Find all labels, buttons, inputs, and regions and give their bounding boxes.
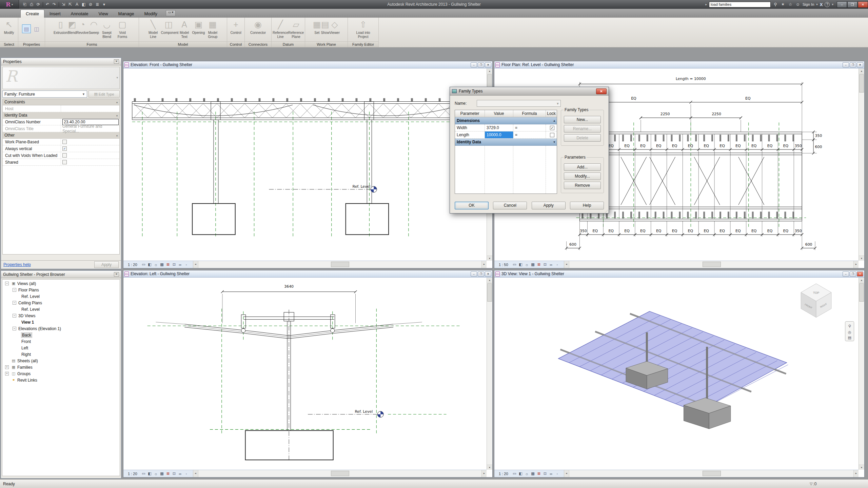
scroll-up-icon[interactable]: ▲ xyxy=(487,68,492,74)
shadows-icon[interactable]: ▩ xyxy=(159,471,165,476)
host-value[interactable] xyxy=(61,105,119,112)
expand-icon[interactable]: + xyxy=(5,365,9,369)
revolve-button[interactable]: ◔Revolve xyxy=(76,18,88,35)
width-lock-checkbox[interactable]: ✓ xyxy=(550,126,554,130)
panel-label-work-plane[interactable]: Work Plane xyxy=(305,41,348,47)
tree-item-sheets[interactable]: ▤Sheets (all) xyxy=(2,358,120,364)
viewport-minimize-button[interactable]: – xyxy=(843,62,849,67)
panel-label-model[interactable]: Model xyxy=(139,41,227,47)
tab-modify[interactable]: Modify xyxy=(139,9,162,18)
footing[interactable] xyxy=(245,430,333,460)
viewport-title-bar[interactable]: RFA Elevation: Front - Gullwing Shelter … xyxy=(123,61,492,68)
close-icon[interactable]: ✕ xyxy=(114,59,119,64)
solar-roof-panel[interactable] xyxy=(558,311,788,412)
viewport-title-bar[interactable]: RFA Floor Plan: Ref. Level - Gullwing Sh… xyxy=(494,61,864,68)
scrollbar-thumb[interactable] xyxy=(331,471,349,476)
resize-grip[interactable]: ⋰ xyxy=(605,209,608,213)
help-icon[interactable]: ? xyxy=(825,2,830,7)
sun-path-icon[interactable]: ☼ xyxy=(153,263,159,267)
infocenter-collapse-icon[interactable]: ▸ xyxy=(705,3,707,6)
panel-label-select[interactable]: Select xyxy=(0,41,18,47)
set-button[interactable]: ▦Set xyxy=(313,18,321,35)
crop-region-icon[interactable]: ⊡ xyxy=(171,471,177,476)
viewport-restore-button[interactable]: ❐ xyxy=(478,271,484,277)
scroll-up-icon[interactable]: ▲ xyxy=(487,278,492,283)
vertical-scrollbar[interactable]: ▲ ▼ xyxy=(859,68,864,261)
ribbon-display-toggle[interactable]: ▭ ▾ xyxy=(166,10,176,16)
remove-parameter-button[interactable]: Remove xyxy=(564,182,601,189)
expand-icon[interactable]: + xyxy=(5,372,9,375)
tree-item-families[interactable]: +▦Families xyxy=(2,364,120,370)
collapse-icon[interactable]: − xyxy=(5,282,9,285)
restore-button[interactable]: ❐ xyxy=(847,1,857,8)
tab-annotate[interactable]: Annotate xyxy=(66,9,94,18)
show-crop-icon[interactable]: ⊠ xyxy=(536,262,542,267)
shared-checkbox[interactable]: ✓ xyxy=(62,160,67,164)
void-forms-button[interactable]: ▢Void Forms xyxy=(115,18,130,39)
save-icon[interactable]: ⎙ xyxy=(28,2,35,7)
scroll-left-icon[interactable]: ◄ xyxy=(564,261,569,268)
crop-region-icon[interactable]: ⊡ xyxy=(171,262,177,267)
dimension-600-bottom[interactable]: 600 600 xyxy=(565,237,816,250)
sun-path-icon[interactable]: ☼ xyxy=(153,472,159,476)
sign-in-icon[interactable]: ☺ xyxy=(795,2,801,7)
shadows-icon[interactable]: ▩ xyxy=(530,262,536,267)
visual-style-icon[interactable]: ◧ xyxy=(147,262,153,267)
ref-level-annotation[interactable]: Ref. Level xyxy=(269,184,377,192)
tree-item-revit-links[interactable]: ⚭Revit Links xyxy=(2,377,120,383)
collapse-icon[interactable]: − xyxy=(13,288,16,292)
apply-button[interactable]: Apply xyxy=(94,261,119,268)
modify-parameter-button[interactable]: Modify... xyxy=(564,172,601,180)
length-value-cell[interactable]: 10000.0 xyxy=(485,131,513,138)
show-crop-icon[interactable]: ⊠ xyxy=(165,471,171,476)
aligned-dimension-icon[interactable]: ⇱ xyxy=(67,2,73,7)
new-type-button[interactable]: New... xyxy=(564,116,601,123)
reveal-hidden-icon[interactable]: ∞ xyxy=(548,263,554,267)
scroll-right-icon[interactable]: ► xyxy=(853,470,859,477)
view-scale-button[interactable]: 1 : 50 xyxy=(494,263,512,267)
tree-item-ref-level-ceiling[interactable]: Ref. Level xyxy=(2,306,120,312)
panel-label-datum[interactable]: Datum xyxy=(272,41,305,47)
dialog-title-bar[interactable]: Family Types ✕ xyxy=(450,87,609,96)
shadows-icon[interactable]: ▩ xyxy=(530,471,536,476)
help-dropdown-icon[interactable]: ▾ xyxy=(832,3,833,6)
always-vertical-checkbox[interactable]: ✓ xyxy=(62,146,67,151)
drawing-canvas[interactable]: TOP FRONT RIGHT ⚲ ◎ ▤ xyxy=(494,278,859,470)
post[interactable] xyxy=(287,310,291,462)
shadows-icon[interactable]: ▩ xyxy=(159,262,165,267)
footings[interactable] xyxy=(192,204,389,235)
scroll-down-icon[interactable]: ▼ xyxy=(859,465,864,470)
panel-label-connectors[interactable]: Connectors xyxy=(245,41,271,47)
tab-insert[interactable]: Insert xyxy=(44,9,66,18)
tree-item-3d-views[interactable]: −3D Views xyxy=(2,312,120,319)
reveal-hidden-icon[interactable]: ∞ xyxy=(177,472,183,476)
undo-icon[interactable]: ↶ xyxy=(44,2,51,7)
filter-indicator[interactable]: ▽ :0 xyxy=(810,482,816,486)
dialog-close-button[interactable]: ✕ xyxy=(596,88,607,94)
redo-icon[interactable]: ↷ xyxy=(51,2,57,7)
scroll-right-icon[interactable]: ► xyxy=(853,261,859,268)
detail-level-icon[interactable]: ▭ xyxy=(141,471,147,476)
type-name-dropdown[interactable]: ▼ xyxy=(477,100,561,107)
ok-button[interactable]: OK xyxy=(455,202,489,209)
width-value-cell[interactable]: 3729.0 xyxy=(485,124,513,131)
scrollbar-thumb[interactable] xyxy=(331,262,349,267)
tree-item-ref-level-floor[interactable]: Ref. Level xyxy=(2,293,120,300)
tree-item-right[interactable]: Right xyxy=(2,351,120,358)
scroll-left-icon[interactable]: ◄ xyxy=(193,470,198,477)
eq-dimension-bottom[interactable]: 350 350 EQEQEQEQEQEQEQEQEQEQEQEQEQ xyxy=(578,221,804,237)
vertical-scrollbar[interactable]: ▲ ▼ xyxy=(487,278,492,470)
show-crop-icon[interactable]: ⊠ xyxy=(536,471,542,476)
tree-item-groups[interactable]: +◫Groups xyxy=(2,370,120,377)
project-browser-title-bar[interactable]: Gullwing Shelter - Project Browser ✕ xyxy=(1,271,121,278)
ref-level-annotation[interactable]: Ref. Level xyxy=(308,409,383,418)
viewport-restore-button[interactable]: ❐ xyxy=(478,62,484,67)
scrollbar-thumb[interactable] xyxy=(703,262,721,267)
reference-planes[interactable] xyxy=(576,122,806,227)
cut-with-voids-checkbox[interactable]: ✓ xyxy=(62,153,67,158)
subscription-center-icon[interactable]: ✶ xyxy=(780,2,786,7)
horizontal-scrollbar[interactable]: ◄ ► xyxy=(193,470,487,477)
customize-qat-icon[interactable]: ▾ xyxy=(101,2,107,7)
show-crop-icon[interactable]: ⊠ xyxy=(165,262,171,267)
default-3d-view-icon[interactable]: ◧ xyxy=(81,2,87,7)
